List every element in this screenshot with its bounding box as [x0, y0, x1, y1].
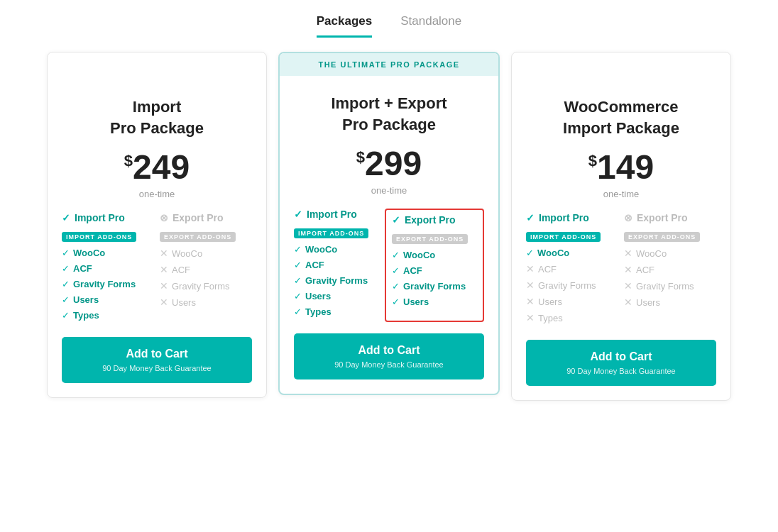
check-icon: ✓ — [294, 291, 302, 301]
feature-item: ✓WooCo — [392, 250, 477, 260]
feature-label: ACF — [403, 265, 422, 276]
feature-label: Users — [636, 297, 660, 308]
cross-icon: ✕ — [624, 264, 632, 275]
feature-label: Types — [305, 306, 332, 317]
card-body: ImportPro Package $249 one-time ✓Import … — [48, 79, 266, 397]
card-body: WooCommerceImport Package $149 one-time … — [512, 79, 730, 400]
feature-label: Types — [73, 310, 99, 321]
export-section-label: EXPORT ADD-ONS — [160, 232, 236, 242]
feature-label: Users — [172, 297, 196, 308]
feature-label: ACF — [73, 263, 92, 274]
feature-item: ✓Users — [392, 297, 477, 307]
pricing-card-import-pro: ImportPro Package $249 one-time ✓Import … — [47, 52, 267, 398]
check-icon: ✓ — [62, 212, 70, 223]
import-main-feature: ✓Import Pro — [526, 212, 618, 223]
feature-item: ✓WooCo — [526, 248, 618, 258]
feature-item: ✕WooCo — [624, 248, 716, 259]
cross-icon: ✕ — [160, 264, 168, 275]
add-to-cart-button[interactable]: Add to Cart 90 Day Money Back Guarantee — [526, 340, 716, 386]
feature-item: ✓Gravity Forms — [392, 281, 477, 292]
import-col: ✓Import Pro IMPORT ADD-ONS ✓WooCo✓ACF✓Gr… — [294, 209, 379, 322]
check-icon: ✓ — [294, 244, 302, 255]
price-amount: 149 — [597, 148, 654, 186]
check-icon: ✓ — [392, 297, 400, 307]
feature-item: ✕Types — [526, 312, 618, 323]
import-col: ✓Import Pro IMPORT ADD-ONS ✓WooCo✓ACF✓Gr… — [62, 212, 154, 326]
feature-item: ✓Types — [294, 306, 379, 317]
price-dollar: $ — [588, 152, 597, 170]
card-price: $299 — [294, 147, 484, 181]
feature-item: ✕ACF — [160, 264, 252, 275]
card-price-note: one-time — [526, 189, 716, 199]
cross-icon: ✕ — [160, 280, 168, 292]
feature-label: Users — [305, 291, 331, 301]
check-icon: ✓ — [526, 248, 534, 258]
cross-icon: ✕ — [624, 248, 632, 259]
card-title: WooCommerceImport Package — [526, 96, 716, 139]
features-grid: ✓Import Pro IMPORT ADD-ONS ✓WooCo✓ACF✓Gr… — [62, 212, 252, 326]
pricing-card-import-export-pro: THE ULTIMATE PRO PACKAGE Import + Export… — [278, 52, 500, 395]
features-grid: ✓Import Pro IMPORT ADD-ONS ✓WooCo✓ACF✓Gr… — [294, 209, 484, 322]
feature-label: ACF — [172, 265, 190, 275]
feature-label: Gravity Forms — [636, 281, 694, 292]
check-icon: ✓ — [62, 294, 70, 305]
export-col: ✓Export Pro EXPORT ADD-ONS ✓WooCo✓ACF✓Gr… — [385, 209, 484, 322]
cross-icon: ✕ — [526, 296, 535, 307]
feature-label: Users — [403, 297, 429, 307]
feature-item: ✕Gravity Forms — [526, 279, 618, 291]
export-section-label: EXPORT ADD-ONS — [392, 234, 468, 244]
export-main-feature: ✓Export Pro — [392, 214, 477, 226]
feature-label: ACF — [305, 260, 324, 270]
export-section-label: EXPORT ADD-ONS — [624, 232, 700, 242]
import-section-label: IMPORT ADD-ONS — [62, 232, 136, 242]
cta-main-label: Add to Cart — [536, 350, 706, 365]
check-icon: ✓ — [294, 260, 302, 270]
main-feature-label: Export Pro — [172, 212, 224, 223]
check-icon: ✓ — [62, 279, 70, 289]
export-main-feature: ⊗Export Pro — [160, 212, 252, 223]
main-feature-label: Import Pro — [539, 212, 589, 223]
import-main-feature: ✓Import Pro — [62, 212, 154, 223]
cta-sub-label: 90 Day Money Back Guarantee — [304, 360, 474, 370]
feature-label: WooCo — [636, 248, 667, 259]
feature-item: ✕WooCo — [160, 248, 252, 259]
cross-icon: ✕ — [624, 280, 632, 292]
price-dollar: $ — [124, 152, 133, 170]
feature-item: ✓Gravity Forms — [294, 275, 379, 286]
main-feature-label: Export Pro — [637, 212, 688, 223]
tabs-bar: Packages Standalone — [317, 0, 461, 38]
cross-icon: ✕ — [160, 248, 168, 259]
tab-packages[interactable]: Packages — [317, 14, 372, 38]
main-feature-label: Import Pro — [75, 212, 125, 223]
feature-label: WooCo — [403, 250, 435, 260]
feature-item: ✓WooCo — [294, 244, 379, 255]
cards-container: ImportPro Package $249 one-time ✓Import … — [41, 52, 737, 401]
export-col: ⊗Export Pro EXPORT ADD-ONS ✕WooCo✕ACF✕Gr… — [624, 212, 716, 328]
check-icon: ✓ — [526, 212, 535, 223]
check-icon: ✓ — [294, 275, 302, 286]
feature-label: Gravity Forms — [403, 281, 466, 292]
feature-label: Gravity Forms — [172, 281, 230, 292]
export-main-feature: ⊗Export Pro — [624, 212, 716, 223]
tab-standalone[interactable]: Standalone — [400, 14, 461, 38]
card-price-note: one-time — [62, 189, 252, 199]
feature-label: WooCo — [537, 248, 569, 258]
check-icon: ✓ — [294, 209, 302, 220]
cross-icon: ✕ — [526, 263, 535, 275]
check-icon: ✓ — [62, 310, 70, 321]
check-icon: ✓ — [294, 306, 302, 317]
feature-item: ✕ACF — [526, 263, 618, 275]
cross-icon: ⊗ — [160, 212, 168, 223]
add-to-cart-button[interactable]: Add to Cart 90 Day Money Back Guarantee — [294, 333, 484, 379]
price-amount: 249 — [133, 148, 190, 186]
check-icon: ✓ — [392, 250, 400, 260]
check-icon: ✓ — [62, 263, 70, 274]
cta-main-label: Add to Cart — [304, 343, 474, 358]
card-price: $149 — [526, 150, 716, 184]
cross-icon: ✕ — [526, 279, 535, 291]
feature-label: Users — [538, 297, 562, 307]
check-icon: ✓ — [392, 281, 400, 292]
add-to-cart-button[interactable]: Add to Cart 90 Day Money Back Guarantee — [62, 337, 252, 383]
cross-icon: ✕ — [624, 297, 632, 308]
main-feature-label: Import Pro — [307, 209, 357, 220]
